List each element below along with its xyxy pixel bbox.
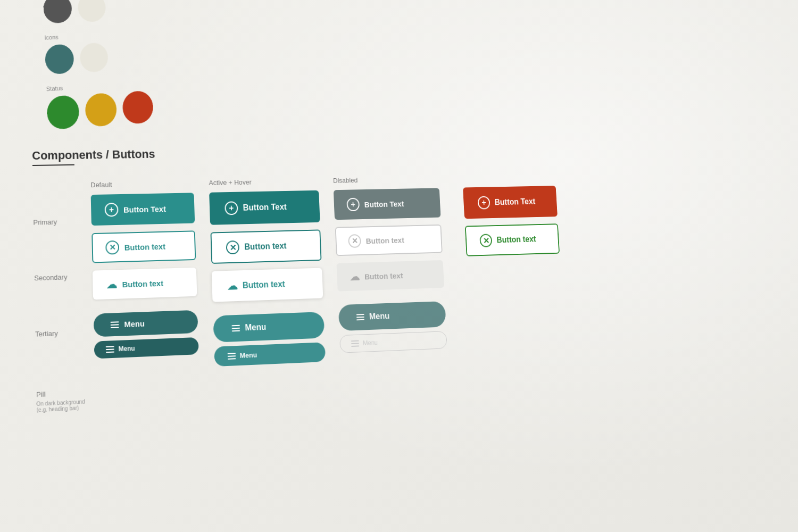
active-pill-sm-mid[interactable]: Menu <box>214 342 326 367</box>
disabled-secondary-outline-button: ✕ Button text <box>335 225 443 256</box>
plus-icon: + <box>105 203 119 217</box>
cloud-icon: ☁ <box>106 278 117 291</box>
disabled-pill-sm-label: Menu <box>363 339 378 347</box>
default-pill-small-label: Menu <box>119 345 135 353</box>
active-primary-solid-label: Button Text <box>243 202 287 212</box>
extra-green-outline-button[interactable]: ✕ Button text <box>465 223 560 256</box>
default-primary-solid-label: Button Text <box>123 204 166 214</box>
menu-icon <box>111 321 119 328</box>
extra-header <box>462 173 555 185</box>
active-secondary-outline-button[interactable]: ✕ Button text <box>210 229 321 264</box>
menu-icon-disabled-sm <box>351 340 359 347</box>
cloud-icon-disabled: ☁ <box>350 270 360 283</box>
menu-icon-small <box>106 346 114 353</box>
default-pill-dark[interactable]: Menu <box>94 310 198 337</box>
x-icon-active: ✕ <box>226 240 240 254</box>
disabled-column: Disabled + Button Text ✕ Button text ☁ B… <box>333 175 447 353</box>
swatch-red <box>122 90 154 125</box>
section-title: Components / Buttons <box>32 141 662 163</box>
page: Standard-Text Icons Status Components / … <box>0 0 798 532</box>
active-pill-sm-label: Menu <box>240 351 257 359</box>
default-primary-solid-button[interactable]: + Button Text <box>91 193 195 226</box>
swatch-yellow <box>85 93 117 128</box>
active-tertiary-label: Button text <box>243 279 285 290</box>
section-underline <box>32 164 74 166</box>
active-pill-mid-label: Menu <box>245 322 266 332</box>
plus-icon-disabled: + <box>346 198 360 212</box>
icons-label: Icons <box>44 30 149 41</box>
swatch-cream <box>79 43 109 73</box>
status-label: Status <box>46 80 152 93</box>
default-secondary-label: Button text <box>124 242 165 252</box>
components-section: Components / Buttons Primary Secondary T… <box>32 141 677 413</box>
x-icon-green: ✕ <box>479 234 492 247</box>
swatch-dark-gray <box>43 0 72 23</box>
default-tertiary-label: Button text <box>122 278 163 289</box>
default-column: Default + Button Text ✕ Button text ☁ <box>90 179 199 359</box>
menu-icon-disabled <box>356 314 364 320</box>
extra-column: + Button Text ✕ Button text <box>462 173 560 256</box>
disabled-header: Disabled <box>333 175 439 187</box>
disabled-pill-sm: Menu <box>339 331 447 353</box>
x-icon-disabled: ✕ <box>348 234 361 248</box>
menu-icon-active-sm <box>228 353 236 360</box>
disabled-primary-solid-button: + Button Text <box>334 188 441 220</box>
active-secondary-label: Button text <box>244 242 287 252</box>
active-hover-header: Active + Hover <box>209 177 319 189</box>
disabled-tertiary-button: ☁ Button text <box>336 260 444 292</box>
disabled-pill-darker-label: Menu <box>369 311 390 321</box>
extra-green-outline-label: Button text <box>496 235 536 245</box>
plus-icon-red: + <box>477 196 490 210</box>
disabled-tertiary-label: Button text <box>364 271 403 281</box>
default-pill-small[interactable]: Menu <box>94 337 199 359</box>
default-pill-dark-label: Menu <box>124 319 145 329</box>
extra-red-solid-label: Button Text <box>494 197 535 207</box>
default-header: Default <box>90 179 194 192</box>
swatch-green <box>46 95 79 130</box>
pill-sublabel: On dark background(e.g. heading bar) <box>36 398 95 413</box>
menu-icon-active <box>232 325 240 332</box>
primary-label: Primary <box>33 217 92 227</box>
x-icon: ✕ <box>105 240 119 255</box>
plus-icon-active: + <box>225 201 238 215</box>
row-labels: Primary Secondary Tertiary Pill On dark … <box>32 181 95 413</box>
cloud-icon-active: ☁ <box>227 279 238 292</box>
swatch-teal <box>45 44 74 75</box>
default-secondary-outline-button[interactable]: ✕ Button text <box>92 230 196 263</box>
secondary-label: Secondary <box>34 272 93 282</box>
disabled-primary-solid-label: Button Text <box>364 199 404 209</box>
active-tertiary-button[interactable]: ☁ Button text <box>212 268 323 302</box>
disabled-pill-darker: Menu <box>338 301 446 331</box>
active-primary-solid-button[interactable]: + Button Text <box>209 190 320 225</box>
swatches-section: Standard-Text Icons Status <box>43 0 154 142</box>
swatch-light-cream <box>77 0 106 22</box>
pill-label: Pill <box>36 388 95 399</box>
active-hover-column: Active + Hover + Button Text ✕ Button te… <box>209 177 326 367</box>
active-pill-mid[interactable]: Menu <box>213 312 325 343</box>
extra-red-solid-button[interactable]: + Button Text <box>463 186 558 219</box>
disabled-secondary-label: Button text <box>365 235 404 245</box>
tertiary-label: Tertiary <box>35 328 94 338</box>
default-tertiary-button[interactable]: ☁ Button text <box>93 268 197 300</box>
